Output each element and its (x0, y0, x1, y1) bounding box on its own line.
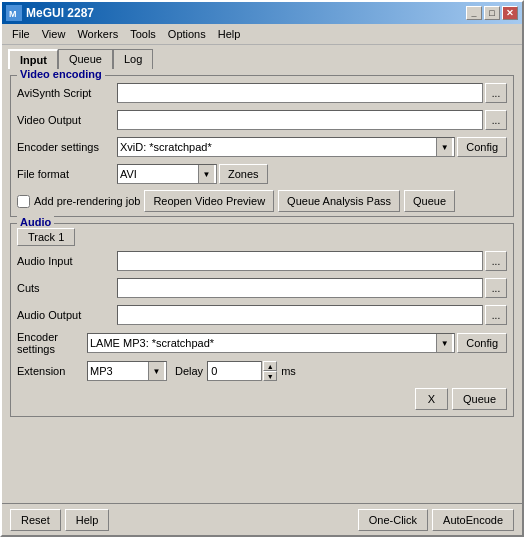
file-format-arrow: ▼ (198, 165, 214, 183)
auto-encode-button[interactable]: AutoEncode (432, 509, 514, 531)
svg-text:M: M (9, 9, 17, 19)
add-pre-rendering-label: Add pre-rendering job (34, 195, 140, 207)
audio-input-row: Audio Input ... (17, 250, 507, 272)
avisynth-input[interactable] (117, 83, 483, 103)
encoder-settings-arrow: ▼ (436, 138, 452, 156)
encoder-settings-label: Encoder settings (17, 141, 117, 153)
menu-file[interactable]: File (6, 26, 36, 42)
video-queue-button[interactable]: Queue (404, 190, 455, 212)
main-tabs: Input Queue Log (2, 45, 522, 69)
encoder-settings-dropdown[interactable]: XviD: *scratchpad* ▼ (117, 137, 455, 157)
extension-value: MP3 (90, 365, 113, 377)
video-output-label: Video Output (17, 114, 117, 126)
queue-analysis-button[interactable]: Queue Analysis Pass (278, 190, 400, 212)
avisynth-row: AviSynth Script ... (17, 82, 507, 104)
audio-input-browse-button[interactable]: ... (485, 251, 507, 271)
one-click-button[interactable]: One-Click (358, 509, 428, 531)
delay-input[interactable] (207, 361, 262, 381)
video-actions-row: Add pre-rendering job Reopen Video Previ… (17, 190, 507, 212)
tab-queue[interactable]: Queue (58, 49, 113, 69)
tab-input[interactable]: Input (8, 49, 58, 69)
audio-section-label: Audio (17, 216, 54, 228)
audio-encoder-row: Encodersettings LAME MP3: *scratchpad* ▼… (17, 331, 507, 355)
file-format-row: File format AVI ▼ Zones (17, 163, 507, 185)
audio-buttons-row: X Queue (17, 388, 507, 410)
audio-output-label: Audio Output (17, 309, 117, 321)
bottom-bar: Reset Help One-Click AutoEncode (2, 503, 522, 535)
tab-log[interactable]: Log (113, 49, 153, 69)
encoder-settings-value: XviD: *scratchpad* (120, 141, 212, 153)
audio-encoder-arrow: ▼ (436, 334, 452, 352)
menu-help[interactable]: Help (212, 26, 247, 42)
app-icon: M (6, 5, 22, 21)
audio-output-browse-button[interactable]: ... (485, 305, 507, 325)
track-1-tab[interactable]: Track 1 (17, 228, 75, 246)
minimize-button[interactable]: _ (466, 6, 482, 20)
menu-options[interactable]: Options (162, 26, 212, 42)
audio-encoder-value: LAME MP3: *scratchpad* (90, 337, 214, 349)
ext-dropdown[interactable]: MP3 ▼ (87, 361, 167, 381)
delay-up-button[interactable]: ▲ (263, 361, 277, 371)
file-format-dropdown[interactable]: AVI ▼ (117, 164, 217, 184)
delay-spinner: ▲ ▼ (263, 361, 277, 381)
avisynth-label: AviSynth Script (17, 87, 117, 99)
window-title: MeGUI 2287 (26, 6, 94, 20)
audio-queue-button[interactable]: Queue (452, 388, 507, 410)
audio-encoder-dropdown[interactable]: LAME MP3: *scratchpad* ▼ (87, 333, 455, 353)
encoder-config-button[interactable]: Config (457, 137, 507, 157)
delay-down-button[interactable]: ▼ (263, 371, 277, 381)
help-button[interactable]: Help (65, 509, 110, 531)
extension-label: Extension (17, 365, 87, 377)
menu-tools[interactable]: Tools (124, 26, 162, 42)
cuts-input[interactable] (117, 278, 483, 298)
video-output-row: Video Output ... (17, 109, 507, 131)
video-output-input[interactable] (117, 110, 483, 130)
audio-tracks: Track 1 (17, 228, 507, 246)
reset-button[interactable]: Reset (10, 509, 61, 531)
encoder-settings-row: Encoder settings XviD: *scratchpad* ▼ Co… (17, 136, 507, 158)
file-format-value: AVI (120, 168, 137, 180)
title-bar: M MeGUI 2287 _ □ ✕ (2, 2, 522, 24)
maximize-button[interactable]: □ (484, 6, 500, 20)
ms-label: ms (281, 365, 296, 377)
audio-group: Audio Track 1 Audio Input ... Cuts ... A… (10, 223, 514, 417)
cuts-row: Cuts ... (17, 277, 507, 299)
zones-button[interactable]: Zones (219, 164, 268, 184)
audio-output-input[interactable] (117, 305, 483, 325)
audio-encoder-label: Encodersettings (17, 331, 87, 355)
audio-x-button[interactable]: X (415, 388, 448, 410)
video-section-label: Video encoding (17, 69, 105, 80)
extension-row: Extension MP3 ▼ Delay ▲ ▼ ms (17, 360, 507, 382)
audio-config-button[interactable]: Config (457, 333, 507, 353)
avisynth-browse-button[interactable]: ... (485, 83, 507, 103)
delay-label: Delay (175, 365, 203, 377)
menu-bar: File View Workers Tools Options Help (2, 24, 522, 45)
file-format-label: File format (17, 168, 117, 180)
cuts-label: Cuts (17, 282, 117, 294)
video-output-browse-button[interactable]: ... (485, 110, 507, 130)
add-pre-rendering-checkbox[interactable] (17, 195, 30, 208)
audio-output-row: Audio Output ... (17, 304, 507, 326)
close-button[interactable]: ✕ (502, 6, 518, 20)
audio-input-label: Audio Input (17, 255, 117, 267)
menu-workers[interactable]: Workers (71, 26, 124, 42)
menu-view[interactable]: View (36, 26, 72, 42)
cuts-browse-button[interactable]: ... (485, 278, 507, 298)
extension-arrow: ▼ (148, 362, 164, 380)
audio-input-field[interactable] (117, 251, 483, 271)
video-encoding-group: Video encoding AviSynth Script ... Video… (10, 75, 514, 217)
reopen-video-button[interactable]: Reopen Video Preview (144, 190, 274, 212)
